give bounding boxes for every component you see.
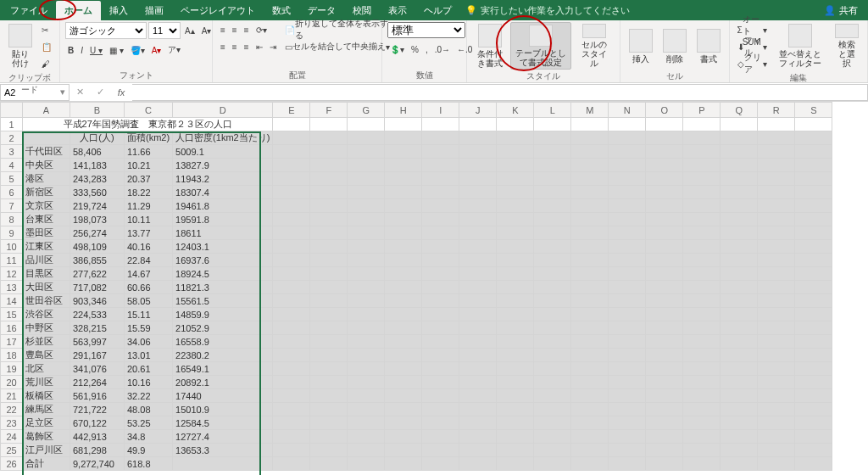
align-bottom-button[interactable]: ≡ (242, 22, 252, 37)
row-header[interactable]: 11 (1, 254, 23, 267)
cell[interactable] (721, 159, 758, 172)
cell[interactable] (310, 457, 348, 471)
cell[interactable]: 328,215 (70, 321, 125, 335)
cell[interactable]: 平成27年国勢調査 東京都２３区の人口 (23, 118, 273, 131)
cell[interactable] (758, 321, 795, 335)
cell[interactable] (646, 118, 683, 131)
underline-button[interactable]: U ▾ (87, 42, 105, 58)
cell[interactable] (683, 321, 721, 335)
cell[interactable] (310, 444, 348, 457)
cell[interactable] (422, 240, 459, 254)
cell[interactable] (683, 186, 721, 199)
cell[interactable] (459, 457, 497, 471)
cell[interactable] (571, 294, 609, 308)
cell[interactable] (422, 389, 459, 403)
cell[interactable] (173, 457, 273, 471)
cell[interactable] (273, 240, 310, 254)
cell[interactable] (422, 213, 459, 226)
cell[interactable] (497, 267, 534, 281)
cell[interactable] (459, 199, 497, 213)
cell[interactable] (385, 376, 422, 389)
cell[interactable] (571, 457, 609, 471)
cell[interactable] (497, 213, 534, 226)
copy-button[interactable]: 📋 (39, 39, 54, 54)
phonetic-button[interactable]: ア▾ (165, 42, 183, 58)
cell[interactable]: 15.11 (125, 308, 173, 321)
cell[interactable] (721, 118, 758, 131)
cell[interactable] (571, 226, 609, 240)
indent-inc-button[interactable]: ⇥ (267, 39, 279, 54)
cell[interactable]: 498,109 (70, 240, 125, 254)
cell[interactable] (459, 321, 497, 335)
cell[interactable] (310, 254, 348, 267)
col-header[interactable]: M (571, 103, 609, 118)
cell[interactable] (497, 254, 534, 267)
cell[interactable]: 341,076 (70, 362, 125, 376)
cell[interactable]: 人口密度(1km2当たり) (173, 131, 273, 145)
cell[interactable] (758, 159, 795, 172)
format-cells-button[interactable]: 書式 (693, 22, 724, 70)
cell[interactable] (459, 403, 497, 416)
row-header[interactable]: 2 (1, 131, 23, 145)
cell[interactable] (609, 281, 646, 294)
cell[interactable]: 15.59 (125, 321, 173, 335)
cell[interactable] (459, 335, 497, 349)
cell[interactable] (758, 118, 795, 131)
cell[interactable] (310, 430, 348, 444)
col-header[interactable]: F (310, 103, 348, 118)
cell[interactable] (310, 172, 348, 186)
row-header[interactable]: 15 (1, 308, 23, 321)
cell[interactable] (571, 172, 609, 186)
cell[interactable] (646, 457, 683, 471)
row-header[interactable]: 6 (1, 186, 23, 199)
cell[interactable]: 11.66 (125, 145, 173, 159)
cell[interactable]: 11821.3 (173, 281, 273, 294)
cell[interactable] (646, 362, 683, 376)
cell[interactable] (683, 213, 721, 226)
cell[interactable] (385, 267, 422, 281)
cell[interactable] (534, 335, 571, 349)
cell[interactable]: 13827.9 (173, 159, 273, 172)
row-header[interactable]: 21 (1, 389, 23, 403)
cell[interactable] (795, 159, 832, 172)
cell[interactable]: 12584.5 (173, 416, 273, 430)
cell[interactable] (646, 416, 683, 430)
cell[interactable] (385, 457, 422, 471)
cell[interactable] (310, 362, 348, 376)
cell[interactable] (795, 213, 832, 226)
cell[interactable] (534, 172, 571, 186)
cell[interactable]: 13.77 (125, 226, 173, 240)
cell[interactable] (534, 389, 571, 403)
cell[interactable] (310, 335, 348, 349)
cell[interactable] (534, 376, 571, 389)
cell[interactable] (497, 457, 534, 471)
cell[interactable] (571, 213, 609, 226)
cell[interactable]: 40.16 (125, 240, 173, 254)
sort-filter-button[interactable]: 並べ替えとフィルター (773, 22, 828, 70)
cell[interactable] (385, 199, 422, 213)
cell[interactable]: 34.8 (125, 430, 173, 444)
cell[interactable] (310, 403, 348, 416)
cell[interactable] (422, 294, 459, 308)
cell[interactable] (758, 349, 795, 362)
cell[interactable] (609, 457, 646, 471)
cell[interactable]: 212,264 (70, 376, 125, 389)
cell[interactable] (385, 118, 422, 131)
cell[interactable] (721, 186, 758, 199)
cell[interactable] (459, 444, 497, 457)
col-header[interactable]: H (385, 103, 422, 118)
cell[interactable] (422, 281, 459, 294)
tab-file[interactable]: ファイル (2, 1, 56, 20)
cell[interactable] (497, 349, 534, 362)
cell[interactable] (497, 308, 534, 321)
cell[interactable] (721, 430, 758, 444)
cell[interactable]: 16937.6 (173, 254, 273, 267)
row-header[interactable]: 24 (1, 430, 23, 444)
cell[interactable] (571, 416, 609, 430)
cell[interactable] (646, 430, 683, 444)
row-header[interactable]: 22 (1, 403, 23, 416)
cell[interactable] (422, 416, 459, 430)
cell[interactable] (273, 389, 310, 403)
cell[interactable] (310, 240, 348, 254)
cell[interactable] (459, 254, 497, 267)
